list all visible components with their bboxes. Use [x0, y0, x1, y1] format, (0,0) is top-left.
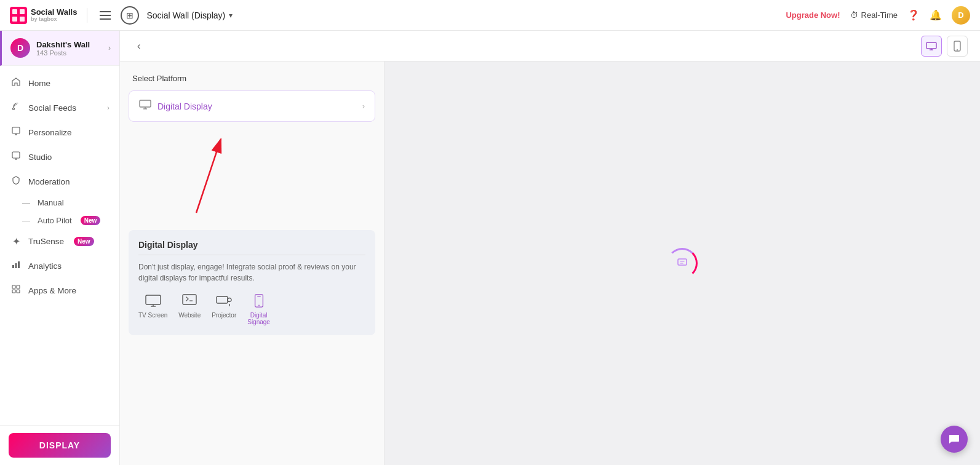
sidebar-item-manual[interactable]: — Manual — [0, 194, 119, 212]
wall-icon-symbol: ⊞ — [126, 10, 133, 20]
svg-rect-1 — [12, 9, 17, 14]
svg-line-28 — [196, 139, 221, 213]
logo-text: Social Walls — [31, 8, 77, 17]
card-icons-row: TV Screen Website Projecto — [138, 292, 365, 325]
svg-point-35 — [228, 298, 231, 302]
digital-display-icon — [139, 100, 151, 113]
manual-label: Manual — [38, 198, 64, 207]
svg-rect-4 — [20, 17, 25, 22]
select-platform-header: Select Platform — [120, 62, 384, 90]
header-divider — [87, 8, 87, 23]
svg-rect-6 — [12, 127, 20, 133]
svg-rect-18 — [17, 290, 20, 293]
wall-arrow-icon: › — [108, 44, 111, 52]
digital-display-card: Digital Display Don't just display, enga… — [129, 230, 375, 335]
sidebar-nav: Home Social Feeds › Personalize — [0, 66, 119, 425]
autopilot-new-badge: New — [81, 216, 101, 225]
notification-bell[interactable]: 🔔 — [930, 9, 942, 21]
digital-display-platform-item[interactable]: Digital Display › — [129, 90, 375, 122]
sidebar-bottom: DISPLAY — [0, 425, 119, 465]
loading-spinner — [667, 248, 698, 279]
sidebar-item-studio[interactable]: Studio — [0, 145, 119, 169]
card-icon-projector: Projector — [212, 292, 236, 319]
logo: Social Walls by tagbox — [10, 7, 77, 24]
projector-label: Projector — [212, 312, 236, 319]
svg-rect-12 — [12, 265, 14, 268]
sidebar-item-autopilot[interactable]: — Auto Pilot New — [0, 212, 119, 229]
sidebar-item-apps-more[interactable]: Apps & More — [0, 278, 119, 303]
sidebar-item-home[interactable]: Home — [0, 71, 119, 95]
back-button[interactable]: ‹ — [132, 38, 145, 54]
website-label: Website — [178, 312, 201, 319]
social-feeds-arrow-icon: › — [107, 104, 110, 111]
card-icon-tv: TV Screen — [138, 292, 167, 319]
wall-selector-label: Social Wall (Display) — [146, 10, 225, 20]
analytics-label: Analytics — [28, 261, 62, 271]
wall-name: Dakshit's Wall — [36, 40, 108, 49]
digital-signage-icon — [249, 292, 269, 309]
home-icon — [10, 77, 22, 89]
projector-icon — [214, 292, 234, 309]
sidebar-item-social-feeds[interactable]: Social Feeds › — [0, 95, 119, 120]
svg-rect-34 — [217, 296, 228, 303]
tv-label: TV Screen — [138, 312, 167, 319]
spinner-inner-icon — [677, 256, 688, 271]
logo-sub: by tagbox — [31, 17, 77, 22]
social-feeds-label: Social Feeds — [28, 103, 76, 113]
studio-icon — [10, 151, 22, 163]
hamburger-line — [100, 18, 111, 20]
svg-rect-32 — [183, 295, 196, 304]
card-divider — [138, 255, 365, 255]
personalize-label: Personalize — [28, 128, 72, 137]
svg-point-38 — [258, 304, 260, 306]
sub-dash: — — [22, 198, 30, 207]
svg-rect-0 — [10, 7, 27, 24]
digital-signage-label: DigitalSignage — [247, 312, 270, 325]
svg-rect-29 — [146, 295, 161, 304]
svg-rect-2 — [20, 9, 25, 14]
trusense-icon: ✦ — [10, 236, 22, 247]
sidebar-item-personalize[interactable]: Personalize — [0, 120, 119, 145]
card-icon-website: Website — [178, 292, 201, 319]
mobile-view-button[interactable] — [947, 36, 968, 57]
sidebar-wall-item[interactable]: D Dakshit's Wall 143 Posts › — [0, 31, 119, 66]
hamburger-line — [100, 11, 111, 12]
realtime-button[interactable]: ⏱ Real-Time — [850, 10, 898, 20]
wall-avatar: D — [10, 38, 30, 58]
right-panel-preview — [384, 62, 980, 465]
display-button[interactable]: DISPLAY — [9, 433, 111, 458]
red-arrow-annotation — [129, 127, 375, 225]
sidebar-item-moderation[interactable]: Moderation — [0, 169, 119, 194]
left-panel: Select Platform Digital Display › — [120, 62, 384, 465]
logo-icon — [10, 7, 27, 24]
hamburger-menu[interactable] — [97, 9, 113, 22]
svg-rect-24 — [140, 100, 151, 107]
help-button[interactable]: ❓ — [907, 9, 920, 21]
svg-rect-40 — [678, 259, 687, 265]
card-title: Digital Display — [138, 240, 365, 250]
sidebar-item-analytics[interactable]: Analytics — [0, 253, 119, 278]
autopilot-label: Auto Pilot — [38, 216, 72, 225]
svg-rect-14 — [18, 261, 20, 268]
card-icon-digital-signage: DigitalSignage — [247, 292, 270, 325]
moderation-icon — [10, 175, 22, 188]
upgrade-button[interactable]: Upgrade Now! — [786, 10, 840, 20]
wall-selector[interactable]: Social Wall (Display) ▾ — [146, 10, 233, 20]
social-feeds-icon — [10, 101, 22, 114]
svg-rect-16 — [17, 285, 20, 288]
red-arrow-svg — [165, 127, 258, 219]
chevron-down-icon: ▾ — [229, 11, 233, 20]
svg-rect-15 — [12, 285, 15, 288]
desktop-view-button[interactable] — [921, 36, 942, 57]
main-split: Select Platform Digital Display › — [120, 62, 980, 465]
sidebar-item-trusense[interactable]: ✦ TruSense New — [0, 229, 119, 253]
analytics-icon — [10, 260, 22, 272]
svg-rect-9 — [12, 152, 20, 158]
svg-rect-3 — [12, 17, 17, 22]
apps-more-label: Apps & More — [28, 286, 76, 295]
card-description: Don't just display, engage! Integrate so… — [138, 261, 365, 284]
chat-button[interactable] — [941, 426, 968, 453]
digital-display-label: Digital Display — [157, 101, 356, 111]
sub-dash: — — [22, 216, 30, 225]
user-avatar[interactable]: D — [952, 6, 970, 25]
